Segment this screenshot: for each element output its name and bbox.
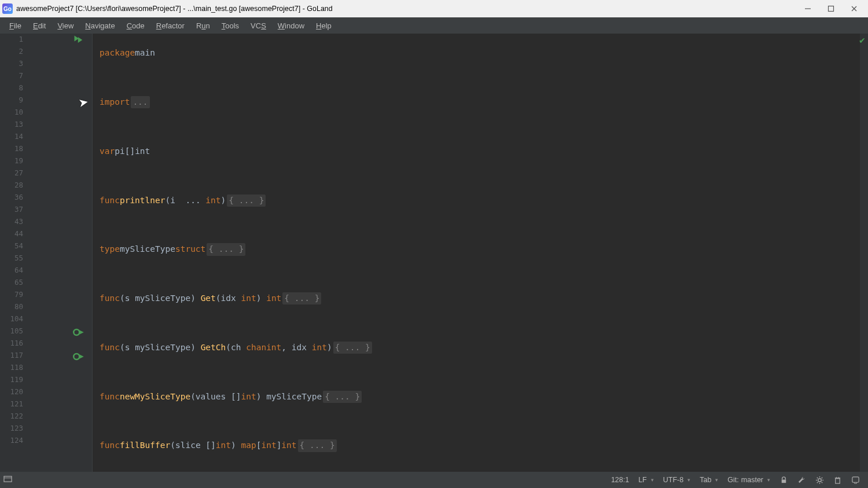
line-number: 55 [3,254,23,262]
minimize-button[interactable] [796,1,819,16]
svg-rect-1 [829,6,834,12]
line-number: 7 [3,71,23,80]
line-number: 3 [3,59,23,68]
menu-navigate[interactable]: Navigate [79,19,120,32]
line-number: 36 [3,193,23,201]
line-number: 14 [3,132,23,141]
file-encoding[interactable]: UTF-8 [659,476,695,484]
line-number: 8 [3,83,23,92]
lock-icon[interactable] [775,476,793,485]
svg-point-8 [73,354,79,359]
code-token: ) [190,342,200,354]
menu-window[interactable]: Window [272,19,310,32]
run-test-icon[interactable] [73,326,84,338]
line-number: 2 [3,47,23,56]
code-token: chan [246,342,266,354]
code-token: (s [120,342,135,354]
tool-windows-icon[interactable] [3,475,12,485]
code-token: int [312,342,327,354]
line-number: 120 [3,387,23,396]
code-token: ) [221,195,226,207]
fold-region[interactable]: { ... } [323,391,362,403]
line-number: 13 [3,120,23,129]
code-token: pi [115,145,124,157]
code-token: int [216,439,231,452]
code-token: (values [] [190,391,241,403]
svg-line-18 [817,477,818,478]
line-number: 117 [3,351,23,359]
code-token: newMySliceType [120,391,190,403]
analysis-ok-icon: ✔ [859,36,866,45]
line-number: 80 [3,302,23,311]
menu-tools[interactable]: Tools [216,19,245,32]
code-token: int [261,439,276,452]
code-token: (i ... [165,195,206,207]
line-separator[interactable]: LF [634,476,659,484]
code-token: , idx [281,342,311,354]
line-number: 119 [3,375,23,384]
menu-file[interactable]: File [3,19,27,32]
line-number: 104 [3,314,23,323]
svg-rect-10 [4,476,12,482]
line-number: 37 [3,205,23,214]
code-token: map [241,439,256,452]
trash-icon[interactable] [829,476,847,485]
code-area[interactable]: package main import ... var pi []int fun… [93,34,856,472]
menu-view[interactable]: View [52,19,79,32]
fold-region[interactable]: { ... } [207,243,245,255]
code-token: func [100,391,120,403]
run-test-icon[interactable] [73,351,84,362]
menu-run[interactable]: Run [190,19,216,32]
git-branch[interactable]: Git: master [723,476,775,484]
fold-region[interactable]: { ... } [282,292,321,304]
line-number: 10 [3,108,23,116]
menu-vcs[interactable]: VCS [245,19,272,32]
wrench-icon[interactable] [793,476,811,485]
code-token: func [100,342,120,354]
line-number: 123 [3,424,23,432]
code-token: func [100,195,120,207]
line-number: 105 [3,326,23,335]
menu-help[interactable]: Help [310,19,337,32]
fold-region[interactable]: { ... } [333,342,372,354]
code-token: int [241,292,256,304]
run-all-icon[interactable] [73,34,84,46]
fold-region[interactable]: ... [131,96,149,108]
code-token: (slice [] [170,439,216,452]
code-token: package [100,47,135,59]
gear-icon[interactable] [811,476,829,485]
code-token: var [100,145,115,157]
line-number: 121 [3,399,23,408]
fold-region[interactable]: { ... } [298,439,337,452]
gutter[interactable]: 1 2 3 7 8 9 10 13 14 18 19 27 28 36 37 4… [0,34,93,472]
line-number: 44 [3,229,23,238]
notifications-icon[interactable] [847,476,865,485]
maximize-button[interactable] [819,1,843,16]
line-number: 27 [3,168,23,177]
code-token: (s [120,292,135,304]
code-token: int [205,195,220,207]
menu-code[interactable]: Code [121,19,150,32]
code-token: main [135,47,155,59]
menu-edit[interactable]: Edit [27,19,52,32]
code-token: GetCh [201,342,226,354]
code-token: mySliceType [135,342,190,354]
close-button[interactable] [843,1,866,16]
analysis-strip[interactable]: ✔ [860,34,868,472]
svg-rect-12 [782,479,786,483]
code-token: mySliceType [135,292,190,304]
svg-line-19 [822,482,822,482]
menu-refactor[interactable]: Refactor [150,19,190,32]
svg-rect-22 [836,478,840,483]
editor[interactable]: 1 2 3 7 8 9 10 13 14 18 19 27 28 36 37 4… [0,34,868,472]
caret-position[interactable]: 128:1 [606,476,634,484]
status-bar: 128:1 LF UTF-8 Tab Git: master [0,472,868,488]
line-number: 124 [3,436,23,445]
code-token: int [281,439,296,452]
code-token: ) [327,342,332,354]
line-number: 1 [3,35,23,43]
indent-setting[interactable]: Tab [695,476,723,484]
fold-region[interactable]: { ... } [227,195,266,207]
svg-point-13 [818,478,822,482]
svg-rect-26 [852,476,859,482]
